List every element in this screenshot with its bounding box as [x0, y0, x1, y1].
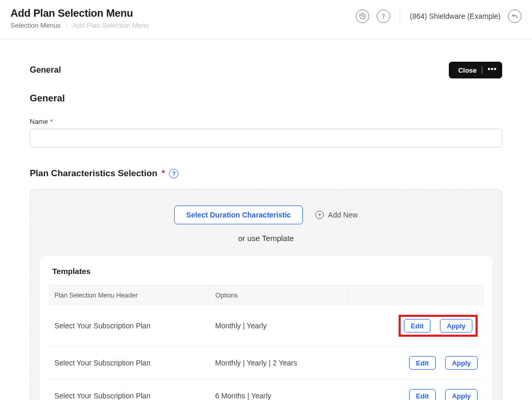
templates-card: Templates Plan Selection Menu Header Opt… — [40, 256, 492, 400]
apply-button[interactable]: Apply — [440, 319, 472, 333]
templates-table: Plan Selection Menu Header Options Selec… — [48, 285, 484, 400]
col-header-options: Options — [209, 285, 348, 306]
or-use-template-text: or use Template — [40, 234, 492, 243]
edit-button[interactable]: Edit — [409, 356, 436, 370]
section-general-title: General — [30, 93, 502, 104]
table-row: Select Your Subscription Plan6 Months | … — [48, 380, 484, 401]
cell-menu-header: Select Your Subscription Plan — [48, 347, 209, 380]
table-row: Select Your Subscription PlanMonthly | Y… — [48, 347, 484, 380]
plan-characteristics-title: Plan Characteristics Selection * ? — [30, 168, 502, 179]
highlight-box: EditApply — [399, 315, 478, 337]
add-new-button[interactable]: + Add New — [315, 211, 358, 219]
back-arrow-icon[interactable] — [508, 9, 522, 23]
select-duration-button[interactable]: Select Duration Characteristic — [174, 205, 303, 224]
close-button-label: Close — [458, 66, 477, 74]
cell-actions: EditApply — [349, 347, 484, 380]
history-icon[interactable] — [356, 9, 369, 23]
cell-options: 6 Months | Yearly — [209, 380, 348, 401]
cell-options: Monthly | Yearly | 2 Years — [209, 347, 348, 380]
chevron-right-icon: › — [66, 21, 68, 29]
cell-actions: EditApply — [349, 380, 484, 401]
table-row: Select Your Subscription PlanMonthly | Y… — [48, 305, 484, 347]
help-icon[interactable] — [377, 9, 390, 23]
required-asterisk: * — [162, 168, 165, 179]
main-card: General Close ••• General Name * Plan Ch… — [10, 50, 522, 400]
cell-actions: EditApply — [349, 305, 484, 347]
cell-menu-header: Select Your Subscription Plan — [48, 305, 209, 347]
page-title: Add Plan Selection Menu — [10, 7, 149, 19]
page-header: Add Plan Selection Menu Selection Menus … — [0, 0, 532, 39]
breadcrumb-current: Add Plan Selection Menu — [73, 21, 149, 29]
close-button-divider — [482, 66, 482, 74]
plus-icon: + — [315, 211, 324, 219]
col-header-menu-header: Plan Selection Menu Header — [48, 285, 209, 306]
apply-button[interactable]: Apply — [445, 356, 478, 370]
svg-point-0 — [383, 18, 384, 18]
cell-menu-header: Select Your Subscription Plan — [48, 380, 209, 401]
characteristics-panel: Select Duration Characteristic + Add New… — [30, 189, 502, 400]
apply-button[interactable]: Apply — [445, 389, 478, 400]
edit-button[interactable]: Edit — [404, 319, 431, 333]
close-button[interactable]: Close ••• — [449, 62, 502, 78]
required-asterisk: * — [50, 118, 53, 125]
col-header-actions — [349, 285, 484, 306]
edit-button[interactable]: Edit — [409, 389, 436, 400]
help-tooltip-icon[interactable]: ? — [169, 169, 178, 178]
card-tab-general: General — [30, 65, 61, 75]
divider — [400, 7, 400, 25]
breadcrumb: Selection Menus › Add Plan Selection Men… — [10, 21, 149, 29]
breadcrumb-parent[interactable]: Selection Menus — [10, 21, 61, 29]
cell-options: Monthly | Yearly — [209, 305, 348, 347]
add-new-label: Add New — [328, 211, 358, 219]
name-input[interactable] — [30, 129, 502, 147]
more-icon[interactable]: ••• — [488, 65, 497, 73]
org-selector-label[interactable]: (864) Shieldware (Example) — [410, 12, 501, 20]
templates-title: Templates — [40, 267, 492, 276]
name-field-label: Name * — [30, 118, 502, 125]
